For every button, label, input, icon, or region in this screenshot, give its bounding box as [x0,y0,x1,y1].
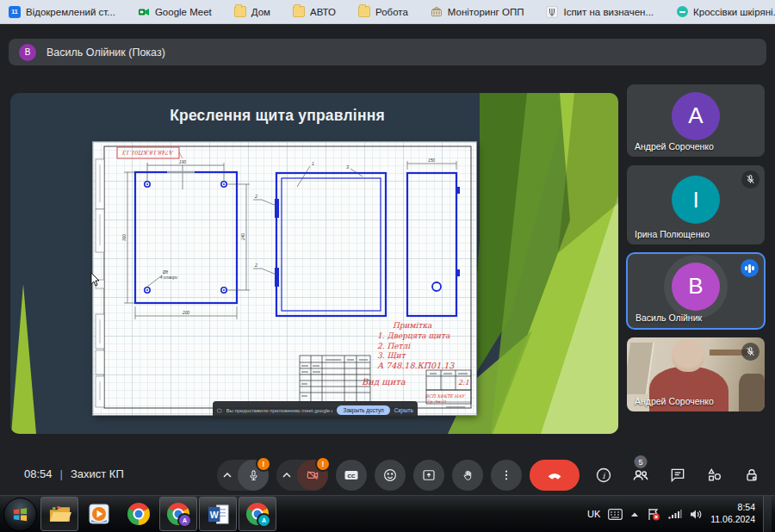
callout-2: 2 [254,194,257,199]
note-2: 2. Петлі [377,342,411,350]
camera-options-chevron-icon[interactable] [276,473,297,478]
cc-icon: CC [347,473,356,479]
language-indicator[interactable]: UK [587,509,600,519]
stamp-code: А748.18.КП01.13 [122,149,174,156]
taskbar-chrome-button[interactable] [120,497,158,531]
more-options-button[interactable] [491,460,522,491]
raise-hand-button[interactable] [452,460,483,491]
mic-off-icon [741,343,760,361]
reactions-button[interactable] [375,460,406,491]
org-label: ВСП ХФКТЕ НАУ [425,393,466,399]
stop-sharing-button[interactable]: Закрыть доступ [337,405,389,415]
scale-label: 2:1 [458,379,469,387]
tray-clock[interactable]: 8:54 11.06.2024 [710,502,755,525]
cad-drawing: А748.18.КП01.13 [93,142,476,415]
bookmark-item[interactable]: 11 Відокремлений ст... [9,6,115,18]
network-signal-icon[interactable] [668,509,682,519]
desktop-screen: 11 Відокремлений ст... Google Meet Дом А… [0,0,775,532]
mic-button-group[interactable]: ! [217,460,269,491]
bookmark-item[interactable]: Google Meet [138,6,212,18]
host-controls-button[interactable] [742,466,761,485]
meet-icon [138,6,150,18]
windows-logo-icon [12,506,28,523]
activities-button[interactable] [705,466,724,485]
meeting-info: 08:54 | Захист КП [24,467,124,480]
camera-button-group[interactable]: ! [276,460,328,491]
callout-3: 3 [346,164,349,170]
meeting-details-button[interactable]: i [594,466,613,485]
mouse-cursor [90,272,100,287]
speaking-indicator-icon [741,259,759,277]
action-center-flag-icon[interactable] [647,508,660,521]
hole-count-label: 4 отвори [160,275,178,280]
start-button[interactable] [3,498,37,531]
show-hidden-icons-chevron[interactable] [630,511,639,517]
people-count-badge: 5 [635,455,648,468]
chat-button[interactable] [668,466,687,485]
taskbar-word-button[interactable]: W [199,497,237,531]
participant-tile[interactable]: І Ірина Полющенко [627,165,765,244]
cast-icon [217,407,222,414]
bookmark-label: Відокремлений ст... [26,7,115,17]
bookmark-label: Google Meet [155,7,212,17]
dim-left: 300 [122,234,127,241]
taskbar-mediaplayer-button[interactable] [80,497,118,531]
avatar: А [672,92,720,140]
doc-code: А 748.18.КП01.13 [377,361,455,370]
bookmark-item[interactable]: Робота [358,6,408,18]
word-icon: W [207,504,230,525]
taskbar-chrome-profile2-button[interactable]: A [239,497,276,531]
info-icon: i [603,471,606,480]
tray-time: 8:54 [710,502,755,514]
profile-badge: A [257,513,271,528]
captions-button[interactable]: CC [336,460,367,491]
end-call-button[interactable] [530,460,580,491]
screen-share-tile[interactable]: Креслення щита управління [10,93,618,434]
participant-name: Андрей Сороченко [635,396,714,406]
folder-icon [293,6,305,17]
note-1: 1. Дверцята щита [377,331,450,340]
hide-toast-button[interactable]: Скрыть [394,407,413,413]
view-label: Вид щита [362,377,406,387]
bookmark-item[interactable]: Дом [234,6,270,18]
explorer-icon [48,504,71,524]
presenter-banner: В Василь Олійник (Показ) [9,39,766,65]
hole-dia-label: Ø8 [162,270,169,275]
bookmark-label: Моніторинг ОПП [448,7,524,17]
taskbar-chrome-profile1-button[interactable]: A [159,497,197,531]
divider: | [60,467,63,480]
phone-hangup-icon [545,466,564,485]
cad-drawing-sheet: А748.18.КП01.13 [93,142,476,415]
bookmark-item[interactable]: АВТО [293,6,336,18]
bookmark-label: Дом [251,7,270,17]
mic-options-chevron-icon[interactable] [217,473,238,478]
participant-tile[interactable]: А Андрей Сороченко [627,84,765,157]
panel-controls: i 5 [594,466,761,485]
participant-tile-video[interactable]: Андрей Сороченко [627,337,765,411]
volume-icon[interactable] [690,509,703,520]
people-button[interactable]: 5 [631,466,650,485]
avatar: В [672,263,720,311]
bookmarks-bar: 11 Відокремлений ст... Google Meet Дом А… [0,0,775,24]
present-button[interactable] [413,460,444,491]
participant-tile-active-speaker[interactable]: В Василь Олійник [626,252,766,330]
windows-taskbar: A W A UK [0,495,775,532]
keyboard-icon[interactable] [608,509,623,520]
word-letter: W [209,509,218,519]
show-desktop-button[interactable] [763,496,772,532]
bookmark-item[interactable]: Моніторинг ОПП [431,6,524,18]
bookmark-label: АВТО [310,7,336,17]
presenter-banner-label: Василь Олійник (Показ) [46,46,165,59]
presenter-avatar: В [19,44,36,61]
meeting-title: Захист КП [71,467,124,480]
taskbar-explorer-button[interactable] [40,497,78,531]
trident-icon [546,6,558,18]
shop-icon [677,6,688,17]
calendar-icon: 11 [9,6,21,18]
bookmark-item[interactable]: Іспит на визначен... [546,6,654,18]
bookmark-item[interactable]: Кроссівки шкіряні... [676,6,775,18]
profile-badge: A [177,513,192,528]
bookmark-label: Іспит на визначен... [563,7,654,17]
webcam-second-person [739,374,765,411]
participant-name: Андрей Сороченко [635,141,714,152]
